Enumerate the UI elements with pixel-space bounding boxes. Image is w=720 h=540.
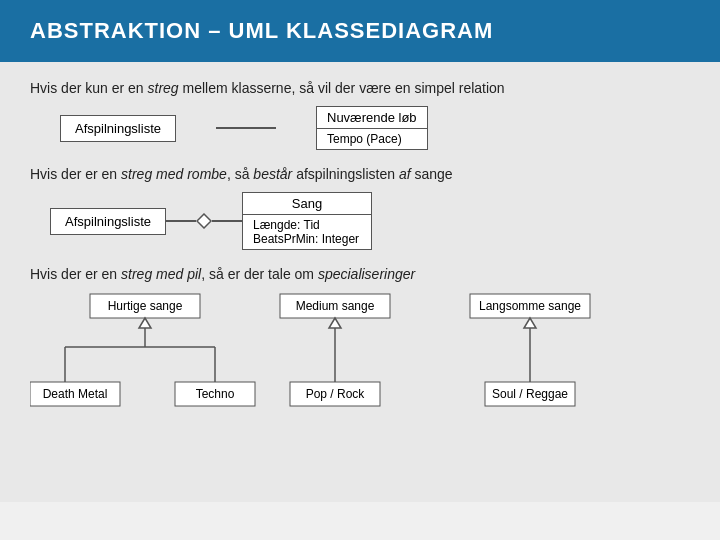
section1: Hvis der kun er en streg mellem klassern… bbox=[30, 80, 690, 150]
svg-marker-0 bbox=[197, 214, 211, 228]
svg-text:Medium sange: Medium sange bbox=[296, 299, 375, 313]
svg-marker-21 bbox=[524, 318, 536, 328]
section2: Hvis der er en streg med rombe, så bestå… bbox=[30, 166, 690, 250]
section3-text: Hvis der er en streg med pil, så er der … bbox=[30, 266, 690, 282]
section2-diagram: Afspilningsliste Sang Længde: Tid BeatsP… bbox=[50, 192, 690, 250]
nuvaerende-lob-box: Nuværende løb Tempo (Pace) bbox=[316, 106, 428, 150]
afspilningsliste-box-1: Afspilningsliste bbox=[60, 115, 176, 142]
svg-marker-17 bbox=[329, 318, 341, 328]
section1-text: Hvis der kun er en streg mellem klassern… bbox=[30, 80, 690, 96]
section3-diagram: Hurtige sange Medium sange Langsomme san… bbox=[30, 292, 690, 422]
section1-italic: streg bbox=[148, 80, 179, 96]
afspilningsliste-box-2: Afspilningsliste bbox=[50, 208, 166, 235]
svg-text:Techno: Techno bbox=[196, 387, 235, 401]
svg-text:Pop / Rock: Pop / Rock bbox=[306, 387, 366, 401]
section1-diagram: Afspilningsliste Nuværende løb Tempo (Pa… bbox=[60, 106, 690, 150]
section3: Hvis der er en streg med pil, så er der … bbox=[30, 266, 690, 422]
svg-text:Hurtige sange: Hurtige sange bbox=[108, 299, 183, 313]
svg-text:Langsomme sange: Langsomme sange bbox=[479, 299, 581, 313]
content: Hvis der kun er en streg mellem klassern… bbox=[0, 62, 720, 502]
svg-text:Death Metal: Death Metal bbox=[43, 387, 108, 401]
section2-text: Hvis der er en streg med rombe, så bestå… bbox=[30, 166, 690, 182]
svg-text:Soul / Reggae: Soul / Reggae bbox=[492, 387, 568, 401]
page-title: ABSTRAKTION – UML KLASSEDIAGRAM bbox=[30, 18, 690, 44]
svg-marker-10 bbox=[139, 318, 151, 328]
header: ABSTRAKTION – UML KLASSEDIAGRAM bbox=[0, 0, 720, 62]
sang-box: Sang Længde: Tid BeatsPrMin: Integer bbox=[242, 192, 372, 250]
